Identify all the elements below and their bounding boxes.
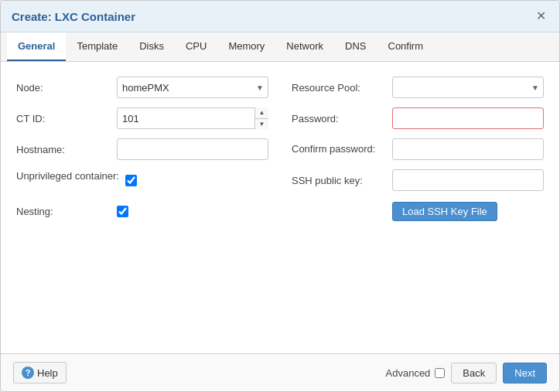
ssh-key-input[interactable] bbox=[392, 169, 544, 191]
tab-confirm[interactable]: Confirm bbox=[377, 32, 435, 61]
help-icon: ? bbox=[22, 366, 34, 379]
ctid-increment-button[interactable]: ▲ bbox=[255, 107, 268, 119]
tab-bar: General Template Disks CPU Memory Networ… bbox=[1, 32, 559, 62]
nesting-checkbox[interactable] bbox=[117, 206, 128, 217]
hostname-input[interactable] bbox=[117, 138, 268, 160]
password-row: Password: bbox=[292, 107, 544, 130]
hostname-row: Hostname: bbox=[16, 138, 268, 161]
load-ssh-row: Load SSH Key File bbox=[292, 199, 544, 223]
resource-pool-label: Resource Pool: bbox=[292, 82, 392, 94]
tab-general[interactable]: General bbox=[7, 32, 66, 61]
unprivileged-label: Unprivileged container: bbox=[16, 169, 125, 182]
resource-pool-select[interactable] bbox=[392, 77, 544, 98]
password-label: Password: bbox=[292, 113, 392, 124]
form-right-column: Resource Pool: ▼ Password: bbox=[292, 76, 544, 230]
advanced-row: Advanced bbox=[386, 367, 446, 379]
ctid-spinner-buttons: ▲ ▼ bbox=[254, 107, 268, 129]
form-left-column: Node: homePMX ▼ CT ID: ▲ bbox=[16, 76, 268, 230]
confirm-password-label: Confirm password: bbox=[292, 143, 392, 156]
next-button[interactable]: Next bbox=[503, 363, 547, 383]
back-button[interactable]: Back bbox=[451, 363, 497, 383]
hostname-label: Hostname: bbox=[16, 144, 117, 155]
ctid-row: CT ID: ▲ ▼ bbox=[16, 107, 268, 130]
tab-template[interactable]: Template bbox=[66, 32, 128, 61]
nesting-label: Nesting: bbox=[16, 206, 117, 217]
form-grid: Node: homePMX ▼ CT ID: ▲ bbox=[16, 76, 544, 230]
unprivileged-row: Unprivileged container: bbox=[16, 169, 268, 192]
tab-network[interactable]: Network bbox=[275, 32, 334, 61]
unprivileged-checkbox[interactable] bbox=[125, 175, 137, 186]
node-select-wrapper: homePMX ▼ bbox=[117, 77, 268, 98]
resource-pool-select-wrapper: ▼ bbox=[392, 77, 544, 98]
node-row: Node: homePMX ▼ bbox=[16, 76, 268, 99]
ctid-decrement-button[interactable]: ▼ bbox=[255, 119, 268, 130]
close-button[interactable]: ✕ bbox=[533, 9, 548, 24]
tab-cpu[interactable]: CPU bbox=[175, 32, 217, 61]
help-label: Help bbox=[37, 367, 58, 379]
dialog-header: Create: LXC Container ✕ bbox=[1, 1, 559, 32]
footer-left: ? Help bbox=[13, 362, 67, 383]
nesting-checkbox-wrapper bbox=[117, 206, 128, 217]
footer-right: Advanced Back Next bbox=[386, 363, 547, 383]
advanced-label: Advanced bbox=[386, 367, 431, 379]
tab-dns[interactable]: DNS bbox=[334, 32, 377, 61]
ssh-key-label: SSH public key: bbox=[292, 175, 392, 186]
confirm-password-input[interactable] bbox=[392, 138, 544, 160]
ssh-key-row: SSH public key: bbox=[292, 169, 544, 192]
create-lxc-dialog: Create: LXC Container ✕ General Template… bbox=[0, 0, 560, 392]
dialog-body: Node: homePMX ▼ CT ID: ▲ bbox=[1, 62, 559, 353]
tab-disks[interactable]: Disks bbox=[128, 32, 175, 61]
dialog-footer: ? Help Advanced Back Next bbox=[1, 353, 559, 391]
nesting-row: Nesting: bbox=[16, 199, 268, 223]
advanced-checkbox[interactable] bbox=[435, 368, 445, 378]
load-ssh-button[interactable]: Load SSH Key File bbox=[392, 202, 497, 221]
help-button[interactable]: ? Help bbox=[13, 362, 67, 383]
ctid-input[interactable] bbox=[117, 107, 268, 129]
ctid-label: CT ID: bbox=[16, 113, 117, 124]
confirm-password-row: Confirm password: bbox=[292, 138, 544, 161]
password-input[interactable] bbox=[392, 107, 544, 129]
ctid-spinner-wrapper: ▲ ▼ bbox=[117, 107, 268, 129]
dialog-title: Create: LXC Container bbox=[12, 10, 135, 23]
node-select[interactable]: homePMX bbox=[117, 77, 268, 98]
node-label: Node: bbox=[16, 82, 117, 94]
tab-memory[interactable]: Memory bbox=[217, 32, 275, 61]
unprivileged-checkbox-wrapper bbox=[125, 175, 137, 186]
resource-pool-row: Resource Pool: ▼ bbox=[292, 76, 544, 99]
